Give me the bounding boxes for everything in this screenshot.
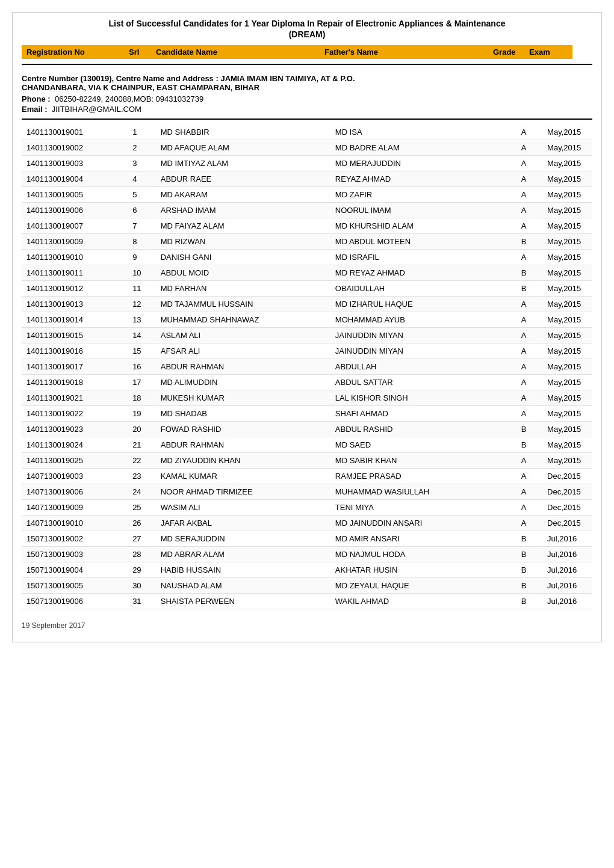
name-cell: MD RIZWAN bbox=[156, 234, 330, 250]
table-row: 1401130019015 14 ASLAM ALI JAINUDDIN MIY… bbox=[22, 328, 592, 343]
table-row: 1401130019016 15 AFSAR ALI JAINUDDIN MIY… bbox=[22, 343, 592, 359]
reg-cell: 1401130019001 bbox=[22, 125, 128, 140]
name-cell: MD ZIYAUDDIN KHAN bbox=[156, 453, 330, 469]
table-row: 1401130019025 22 MD ZIYAUDDIN KHAN MD SA… bbox=[22, 453, 592, 469]
table-row: 1507130019006 31 SHAISTA PERWEEN WAKIL A… bbox=[22, 594, 592, 609]
exam-cell: Dec,2015 bbox=[542, 484, 592, 500]
father-cell: MD SABIR KHAN bbox=[330, 453, 505, 469]
header-registration: Registration No bbox=[22, 45, 124, 59]
srl-cell: 4 bbox=[128, 171, 156, 187]
reg-cell: 1401130019003 bbox=[22, 156, 128, 171]
grade-cell: A bbox=[505, 375, 542, 390]
srl-cell: 12 bbox=[128, 297, 156, 312]
reg-cell: 1401130019014 bbox=[22, 312, 128, 328]
reg-cell: 1401130019005 bbox=[22, 187, 128, 203]
name-cell: ABDUR RAHMAN bbox=[156, 437, 330, 453]
reg-cell: 1401130019025 bbox=[22, 453, 128, 469]
father-cell: OBAIDULLAH bbox=[330, 281, 505, 297]
srl-cell: 21 bbox=[128, 437, 156, 453]
srl-cell: 8 bbox=[128, 234, 156, 250]
table-row: 1401130019007 7 MD FAIYAZ ALAM MD KHURSH… bbox=[22, 218, 592, 234]
table-row: 1507130019005 30 NAUSHAD ALAM MD ZEYAUL … bbox=[22, 578, 592, 594]
father-cell: LAL KISHOR SINGH bbox=[330, 390, 505, 406]
page-title-line1: List of Successful Candidates for 1 Year… bbox=[22, 19, 592, 28]
exam-cell: Dec,2015 bbox=[542, 500, 592, 516]
srl-cell: 3 bbox=[128, 156, 156, 171]
exam-cell: May,2015 bbox=[542, 203, 592, 218]
exam-cell: May,2015 bbox=[542, 218, 592, 234]
reg-cell: 1401130019006 bbox=[22, 203, 128, 218]
table-header: Registration No Srl Candidate Name Fathe… bbox=[22, 45, 592, 59]
exam-cell: May,2015 bbox=[542, 375, 592, 390]
srl-cell: 24 bbox=[128, 484, 156, 500]
exam-cell: May,2015 bbox=[542, 265, 592, 281]
father-cell: MUHAMMAD WASIULLAH bbox=[330, 484, 505, 500]
father-cell: RAMJEE PRASAD bbox=[330, 469, 505, 484]
name-cell: ABDUL MOID bbox=[156, 265, 330, 281]
grade-cell: A bbox=[505, 171, 542, 187]
father-cell: MD KHURSHID ALAM bbox=[330, 218, 505, 234]
header-srl: Srl bbox=[124, 45, 151, 59]
exam-cell: Jul,2016 bbox=[542, 578, 592, 594]
divider2 bbox=[22, 119, 592, 120]
table-row: 1507130019004 29 HABIB HUSSAIN AKHATAR H… bbox=[22, 562, 592, 578]
grade-cell: A bbox=[505, 343, 542, 359]
table-row: 1507130019003 28 MD ABRAR ALAM MD NAJMUL… bbox=[22, 547, 592, 562]
header-father: Father's Name bbox=[320, 45, 488, 59]
grade-cell: B bbox=[505, 578, 542, 594]
divider bbox=[22, 64, 592, 65]
reg-cell: 1401130019022 bbox=[22, 406, 128, 422]
table-row: 1401130019023 20 FOWAD RASHID ABDUL RASH… bbox=[22, 422, 592, 437]
grade-cell: A bbox=[505, 156, 542, 171]
reg-cell: 1401130019021 bbox=[22, 390, 128, 406]
grade-cell: A bbox=[505, 297, 542, 312]
exam-cell: Jul,2016 bbox=[542, 547, 592, 562]
reg-cell: 1407130019006 bbox=[22, 484, 128, 500]
grade-cell: A bbox=[505, 359, 542, 375]
phone-label: Phone : bbox=[22, 94, 51, 103]
name-cell: SHAISTA PERWEEN bbox=[156, 594, 330, 609]
srl-cell: 10 bbox=[128, 265, 156, 281]
reg-cell: 1401130019009 bbox=[22, 234, 128, 250]
email-label: Email : bbox=[22, 105, 48, 114]
name-cell: JAFAR AKBAL bbox=[156, 516, 330, 531]
name-cell: DANISH GANI bbox=[156, 250, 330, 265]
name-cell: NOOR AHMAD TIRMIZEE bbox=[156, 484, 330, 500]
reg-cell: 1401130019018 bbox=[22, 375, 128, 390]
name-cell: MD AFAQUE ALAM bbox=[156, 140, 330, 156]
grade-cell: A bbox=[505, 390, 542, 406]
exam-cell: May,2015 bbox=[542, 156, 592, 171]
srl-cell: 1 bbox=[128, 125, 156, 140]
table-row: 1401130019014 13 MUHAMMAD SHAHNAWAZ MOHA… bbox=[22, 312, 592, 328]
exam-cell: May,2015 bbox=[542, 234, 592, 250]
reg-cell: 1401130019004 bbox=[22, 171, 128, 187]
grade-cell: A bbox=[505, 328, 542, 343]
table-row: 1401130019011 10 ABDUL MOID MD REYAZ AHM… bbox=[22, 265, 592, 281]
srl-cell: 26 bbox=[128, 516, 156, 531]
name-cell: MD SHABBIR bbox=[156, 125, 330, 140]
father-cell: REYAZ AHMAD bbox=[330, 171, 505, 187]
srl-cell: 27 bbox=[128, 531, 156, 547]
reg-cell: 1507130019006 bbox=[22, 594, 128, 609]
exam-cell: May,2015 bbox=[542, 312, 592, 328]
srl-cell: 22 bbox=[128, 453, 156, 469]
grade-cell: B bbox=[505, 594, 542, 609]
reg-cell: 1507130019002 bbox=[22, 531, 128, 547]
table-row: 1401130019013 12 MD TAJAMMUL HUSSAIN MD … bbox=[22, 297, 592, 312]
srl-cell: 11 bbox=[128, 281, 156, 297]
reg-cell: 1507130019004 bbox=[22, 562, 128, 578]
table-row: 1401130019010 9 DANISH GANI MD ISRAFIL A… bbox=[22, 250, 592, 265]
srl-cell: 18 bbox=[128, 390, 156, 406]
name-cell: ASLAM ALI bbox=[156, 328, 330, 343]
grade-cell: B bbox=[505, 547, 542, 562]
father-cell: MOHAMMAD AYUB bbox=[330, 312, 505, 328]
grade-cell: B bbox=[505, 531, 542, 547]
table-row: 1401130019018 17 MD ALIMUDDIN ABDUL SATT… bbox=[22, 375, 592, 390]
srl-cell: 6 bbox=[128, 203, 156, 218]
exam-cell: Jul,2016 bbox=[542, 594, 592, 609]
grade-cell: A bbox=[505, 516, 542, 531]
table-row: 1401130019004 4 ABDUR RAEE REYAZ AHMAD A… bbox=[22, 171, 592, 187]
centre-line1: Centre Number (130019), Centre Name and … bbox=[22, 74, 592, 83]
centre-info: Centre Number (130019), Centre Name and … bbox=[22, 74, 592, 114]
reg-cell: 1401130019011 bbox=[22, 265, 128, 281]
